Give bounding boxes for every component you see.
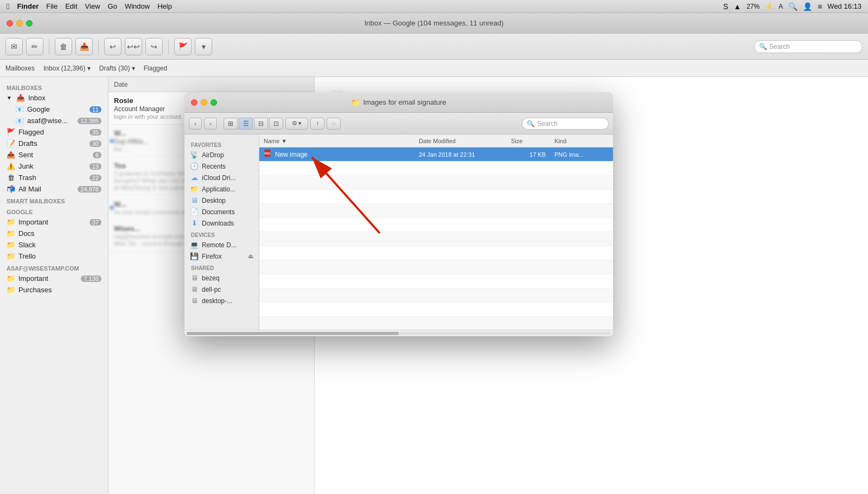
sidebar-item-desktop-shared[interactable]: 🖥 desktop-...	[184, 295, 259, 306]
icon-view-button[interactable]: ⊞	[224, 118, 238, 130]
sidebar-item-airdrop[interactable]: 📡 AirDrop	[184, 149, 259, 161]
share-button[interactable]: ↑	[310, 118, 324, 130]
favorites-section-label: Favorites	[184, 139, 259, 149]
kind-column-header[interactable]: Kind	[554, 138, 609, 144]
size-column-header[interactable]: Size	[511, 138, 554, 144]
mailboxes-button[interactable]: Mailboxes	[5, 65, 35, 72]
forward-button[interactable]: ↪	[145, 38, 163, 55]
sidebar-item-inbox[interactable]: ▼ 📥 Inbox	[0, 92, 108, 104]
inbox-icon: 📥	[16, 94, 25, 102]
name-column-header[interactable]: Name ▼	[264, 138, 419, 144]
delete-button[interactable]: 🗑	[55, 38, 72, 55]
user-avatar[interactable]: 👤	[803, 2, 812, 11]
finder-close-button[interactable]	[191, 99, 197, 106]
sidebar-item-flagged[interactable]: 🚩 Flagged 35	[0, 126, 108, 138]
slack-icon: 📁	[7, 241, 15, 249]
column-view-button[interactable]: ⊟	[254, 118, 268, 130]
sidebar-item-trello[interactable]: 📁 Trello	[0, 251, 108, 262]
finder-minimize-button[interactable]	[201, 99, 207, 106]
table-row-empty	[259, 317, 613, 330]
sidebar-item-downloads[interactable]: ⬇ Downloads	[184, 217, 259, 229]
sidebar-item-important[interactable]: 📁 Important 37	[0, 216, 108, 228]
flag-button[interactable]: 🚩	[174, 38, 192, 55]
horizontal-scrollbar[interactable]	[184, 330, 613, 336]
email-sender: Wises...	[114, 224, 140, 233]
dell-pc-icon: 🖥	[190, 285, 199, 293]
sidebar-item-bezeq[interactable]: 🖥 bezeq	[184, 272, 259, 284]
table-row-empty	[259, 232, 613, 246]
junk-label: Junk	[18, 162, 86, 170]
battery-icon: ⚡	[765, 3, 773, 10]
sidebar-item-sent[interactable]: 📤 Sent 6	[0, 149, 108, 161]
sidebar-item-slack[interactable]: 📁 Slack	[0, 239, 108, 251]
list-view-button[interactable]: ☰	[239, 118, 253, 130]
date-modified-column-header[interactable]: Date Modified	[419, 138, 511, 144]
flag-dropdown[interactable]: ▾	[195, 38, 212, 55]
sidebar-item-desktop[interactable]: 🖥 Desktop	[184, 195, 259, 206]
go-menu[interactable]: Go	[108, 2, 117, 10]
reply-all-button[interactable]: ↩↩	[125, 38, 142, 55]
drafts-badge: 30	[90, 140, 101, 147]
flagged-filter[interactable]: Flagged	[144, 65, 167, 72]
compose-button[interactable]: ✏	[26, 38, 43, 55]
sidebar-item-junk[interactable]: ⚠️ Junk 13	[0, 161, 108, 172]
sidebar-item-remote[interactable]: 💻 Remote D...	[184, 239, 259, 251]
back-button[interactable]: ‹	[189, 118, 202, 130]
sidebar-item-all-mail[interactable]: 📬 All Mail 24,978	[0, 183, 108, 195]
control-icon[interactable]: ≡	[818, 2, 822, 11]
sidebar-item-asaf[interactable]: 📧 asaf@wise... 12,385	[0, 115, 108, 126]
edit-menu[interactable]: Edit	[65, 2, 77, 10]
sidebar-item-applications[interactable]: 📁 Applicatio...	[184, 183, 259, 195]
sidebar-item-drafts[interactable]: 📝 Drafts 30	[0, 138, 108, 149]
sidebar-item-docs[interactable]: 📁 Docs	[0, 228, 108, 239]
sidebar-item-dell-pc[interactable]: 🖥 dell-pc	[184, 284, 259, 295]
archive-button[interactable]: 📥	[75, 38, 93, 55]
finder-search-box[interactable]: 🔍 Search	[522, 118, 609, 130]
finder-toolbar: ‹ › ⊞ ☰ ⊟ ⊡ ⚙ ▾ ↑ ○ 🔍 Search	[184, 113, 613, 134]
bezeq-label: bezeq	[202, 274, 220, 282]
finder-maximize-button[interactable]	[210, 99, 217, 106]
table-row-empty	[259, 162, 613, 176]
sidebar-item-trash[interactable]: 🗑 Trash 22	[0, 172, 108, 183]
view-menu[interactable]: View	[85, 2, 100, 10]
window-menu[interactable]: Window	[125, 2, 150, 10]
reply-button[interactable]: ↩	[104, 38, 122, 55]
trash-label: Trash	[18, 174, 86, 182]
help-menu[interactable]: Help	[157, 2, 172, 10]
inbox-filter[interactable]: Inbox (12,396) ▾	[43, 65, 91, 72]
sidebar-item-icloud[interactable]: ☁ iCloud Dri...	[184, 172, 259, 183]
cover-flow-button[interactable]: ⊡	[269, 118, 283, 130]
eject-icon[interactable]: ⏏	[248, 253, 253, 260]
sidebar-item-recents[interactable]: 🕒 Recents	[184, 161, 259, 172]
file-menu[interactable]: File	[46, 2, 58, 10]
drafts-filter[interactable]: Drafts (30) ▾	[99, 65, 135, 72]
action-button[interactable]: ⚙ ▾	[285, 118, 308, 130]
maximize-button[interactable]	[26, 20, 33, 27]
apple-menu[interactable]: 	[7, 2, 9, 11]
sidebar-item-google[interactable]: 📧 Google 11	[0, 104, 108, 115]
file-kind-cell: PNG ima...	[554, 151, 609, 158]
sidebar-item-documents[interactable]: 📄 Documents	[184, 206, 259, 217]
close-button[interactable]	[7, 20, 13, 27]
sidebar-item-firefox[interactable]: 💾 Firefox ⏏	[184, 251, 259, 262]
tag-button[interactable]: ○	[327, 118, 341, 130]
file-date-cell: 24 Jan 2018 at 22:31	[419, 151, 511, 158]
scrollbar-track[interactable]	[187, 332, 611, 335]
minimize-button[interactable]	[16, 20, 23, 27]
firefox-icon: 💾	[190, 252, 199, 260]
finder-menu[interactable]: Finder	[17, 2, 39, 10]
flagged-badge: 35	[90, 129, 101, 136]
folder-icon: 📁	[351, 98, 360, 107]
scrollbar-thumb[interactable]	[187, 332, 399, 335]
mail-icon-button[interactable]: ✉	[5, 38, 23, 55]
sidebar-item-purchases[interactable]: 📁 Purchases	[0, 284, 108, 296]
search-icon[interactable]: 🔍	[788, 2, 797, 11]
remote-label: Remote D...	[202, 241, 237, 249]
email-sender: W...	[114, 200, 126, 208]
sidebar-item-important2[interactable]: 📁 Important 7,130	[0, 273, 108, 284]
sent-badge: 6	[93, 152, 101, 158]
forward-button[interactable]: ›	[204, 118, 217, 130]
google-badge: 11	[90, 106, 101, 113]
mail-search-box[interactable]: 🔍 Search	[754, 40, 863, 53]
table-row[interactable]: PNG New image 24 Jan 2018 at 22:31 17 KB…	[259, 147, 613, 162]
